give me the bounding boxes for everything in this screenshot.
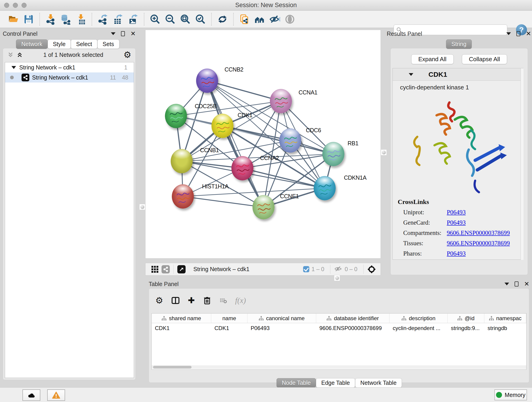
minimize-window-icon[interactable] — [13, 3, 18, 8]
table-cell[interactable]: CDK1 — [152, 323, 211, 333]
tab-network[interactable]: Network — [16, 39, 48, 49]
hide-selected-button[interactable] — [267, 12, 282, 26]
string-home-button[interactable] — [252, 12, 267, 26]
new-network-from-selection-button[interactable] — [237, 12, 252, 26]
column-header-database-identifier[interactable]: database identifier — [316, 313, 389, 323]
maximize-panel-icon[interactable] — [515, 281, 519, 287]
column-header-description[interactable]: description — [389, 313, 448, 323]
crosslink-link[interactable]: 9606.ENSP00000378699 — [447, 240, 510, 247]
network-node-CCNA1[interactable] — [270, 89, 292, 113]
close-panel-icon[interactable]: ✕ — [524, 281, 529, 287]
expand-all-icon[interactable] — [16, 51, 23, 58]
tab-node-table[interactable]: Node Table — [277, 378, 316, 388]
selected-nodes-checkbox[interactable] — [303, 266, 309, 272]
export-table-button[interactable] — [110, 12, 126, 26]
network-options-gear-icon[interactable]: ⚙ — [123, 51, 131, 59]
close-panel-icon[interactable]: ✕ — [130, 31, 136, 37]
network-node-CDC6[interactable] — [279, 128, 301, 153]
zoom-fit-button[interactable] — [178, 12, 193, 26]
zoom-out-button[interactable] — [163, 12, 178, 26]
detach-view-icon[interactable] — [177, 265, 186, 274]
float-panel-icon[interactable] — [111, 32, 115, 35]
title-bar: Session: New Session — [0, 0, 532, 11]
tab-sets[interactable]: Sets — [97, 39, 119, 49]
network-node-CCNB2[interactable] — [196, 69, 218, 93]
gene-section-header[interactable]: CDK1 — [393, 68, 523, 81]
section-expand-icon[interactable] — [409, 73, 413, 76]
network-node-CCNE1[interactable] — [253, 195, 274, 219]
import-network-file-button[interactable] — [43, 12, 58, 26]
expand-all-button[interactable]: Expand All — [411, 54, 454, 64]
zoom-selected-button[interactable] — [193, 12, 208, 26]
export-network-button[interactable] — [95, 12, 110, 26]
maximize-panel-icon[interactable] — [516, 31, 520, 36]
network-node-HIST1H1A[interactable] — [172, 184, 194, 209]
delete-column-trash-icon[interactable] — [203, 296, 212, 305]
float-panel-icon[interactable] — [506, 32, 511, 35]
network-node-CDK1[interactable] — [211, 114, 234, 138]
tab-string[interactable]: String — [446, 39, 472, 49]
center-view-icon[interactable] — [367, 265, 376, 274]
window-controls[interactable] — [4, 3, 27, 8]
table-cell[interactable]: stringdb:9... — [448, 323, 484, 333]
network-node-CCNA2[interactable] — [231, 156, 253, 180]
maximize-window-icon[interactable] — [22, 3, 27, 8]
tab-style[interactable]: Style — [48, 39, 71, 49]
table-cell[interactable]: cyclin-dependent ... — [389, 323, 448, 333]
table-cell[interactable]: stringdb — [484, 323, 526, 333]
collection-expand-icon[interactable] — [12, 66, 16, 69]
network-node-RB1[interactable] — [322, 142, 344, 166]
network-view-canvas[interactable]: CCNB2CCNA1CDC25BCDK1CDC6RB1CCNB1CCNA2CDK… — [145, 30, 381, 259]
left-splitter-handle[interactable] — [139, 204, 145, 210]
tab-edge-table[interactable]: Edge Table — [316, 378, 355, 388]
import-network-database-button[interactable] — [58, 12, 73, 26]
close-panel-icon[interactable]: ✕ — [526, 31, 531, 37]
birds-eye-view-icon[interactable] — [152, 266, 158, 273]
results-scrollbar[interactable] — [520, 68, 524, 260]
table-options-gear-icon[interactable]: ⚙ — [155, 296, 163, 305]
network-collection-row[interactable]: String Network – cdk1 1 — [5, 62, 134, 72]
crosslink-link[interactable]: P06493 — [447, 250, 466, 257]
column-header-@id[interactable]: @id — [448, 313, 484, 323]
tab-select[interactable]: Select — [71, 39, 97, 49]
warning-status-button[interactable] — [47, 389, 65, 401]
save-session-button[interactable] — [21, 12, 36, 26]
column-header-shared-name[interactable]: shared name — [152, 313, 211, 323]
network-share-icon[interactable] — [162, 265, 170, 274]
column-header-name[interactable]: name — [211, 313, 247, 323]
open-session-button[interactable] — [6, 12, 21, 26]
toolbar-separator — [144, 13, 144, 26]
cloud-icon — [27, 391, 36, 399]
add-column-icon[interactable]: ✚ — [188, 296, 195, 305]
crosslink-link[interactable]: P06493 — [447, 209, 466, 216]
cloud-status-button[interactable] — [22, 389, 40, 401]
right-splitter-handle[interactable] — [381, 149, 387, 155]
table-cell[interactable]: 9606.ENSP00000378699 — [316, 323, 389, 333]
show-columns-icon[interactable] — [171, 296, 180, 305]
network-node-CDKN1A[interactable] — [314, 176, 336, 200]
table-cell[interactable]: CDK1 — [211, 323, 247, 333]
memory-button[interactable]: Memory — [494, 389, 527, 400]
table-horizontal-scrollbar[interactable] — [152, 365, 526, 369]
zoom-in-button[interactable] — [147, 12, 163, 26]
update-network-button[interactable] — [215, 12, 230, 26]
collapse-all-icon[interactable] — [7, 51, 14, 58]
export-image-button[interactable] — [126, 12, 141, 26]
network-row[interactable]: String Network – cdk1 11 48 — [5, 72, 134, 83]
table-row[interactable]: CDK1CDK1P064939606.ENSP00000378699cyclin… — [152, 323, 526, 333]
network-node-CCNB1[interactable] — [171, 149, 193, 173]
tab-network-table[interactable]: Network Table — [355, 378, 402, 388]
table-cell[interactable]: P06493 — [247, 323, 316, 333]
show-hidden-button[interactable] — [282, 12, 298, 26]
collapse-all-button[interactable]: Collapse All — [462, 54, 507, 64]
column-header-namespac[interactable]: namespac — [484, 313, 526, 323]
network-node-CDC25B[interactable] — [165, 104, 187, 128]
column-header-canonical-name[interactable]: canonical name — [247, 313, 316, 323]
crosslink-link[interactable]: 9606.ENSP00000378699 — [447, 230, 510, 236]
hidden-eye-icon[interactable] — [334, 266, 342, 273]
import-table-button[interactable] — [73, 12, 89, 26]
crosslink-link[interactable]: P06493 — [447, 219, 466, 226]
close-window-icon[interactable] — [4, 3, 9, 8]
maximize-panel-icon[interactable] — [121, 31, 125, 36]
float-panel-icon[interactable] — [505, 283, 509, 285]
